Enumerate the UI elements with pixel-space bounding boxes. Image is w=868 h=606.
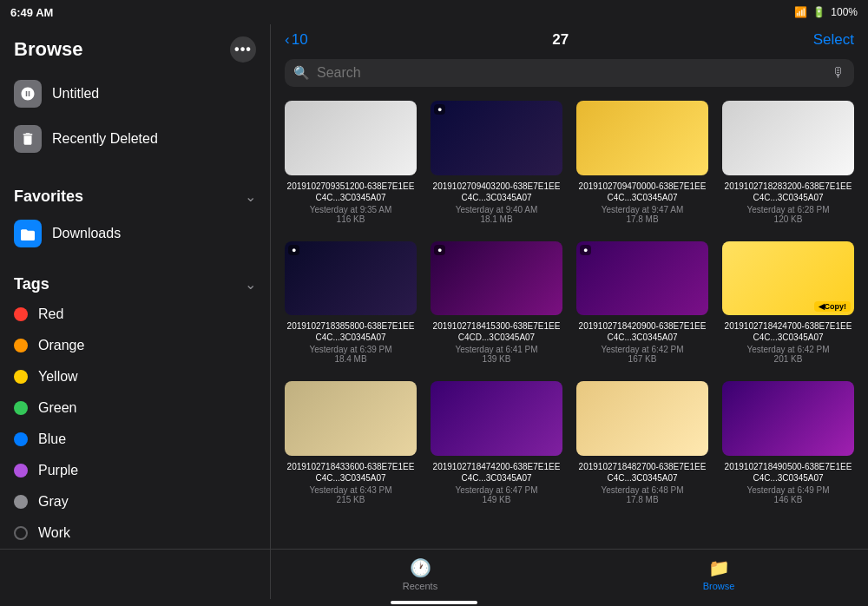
- file-thumbnail: [722, 381, 854, 456]
- file-date: Yesterday at 9:47 AM: [602, 205, 684, 214]
- select-button[interactable]: Select: [813, 31, 854, 49]
- tag-dot-yellow: [14, 370, 28, 384]
- tag-item-blue[interactable]: Blue: [0, 424, 270, 455]
- usb-icon: [14, 80, 42, 108]
- thumb-overlay: ●: [580, 245, 591, 255]
- file-name: 20191027184247​00-638E7E1EEC4C...3C0345A…: [722, 320, 854, 343]
- browse-icon: 📁: [708, 557, 730, 578]
- search-icon: 🔍: [293, 65, 310, 81]
- file-thumbnail: [576, 381, 708, 456]
- battery-percent: 100%: [831, 6, 858, 18]
- file-thumbnail: [431, 381, 562, 456]
- file-date: Yesterday at 6:39 PM: [309, 345, 391, 354]
- file-thumbnail: ●: [576, 241, 708, 316]
- file-date: Yesterday at 6:47 PM: [455, 485, 537, 495]
- tab-recents[interactable]: 🕐 Recents: [271, 550, 569, 599]
- file-name: 20191027182832​00-638E7E1EEC4C...3C0345A…: [722, 181, 854, 203]
- file-item[interactable]: ● 20191027184209​00-638E7E1EEC4C...3C034…: [576, 241, 708, 365]
- file-size: 120 KB: [774, 214, 803, 224]
- tag-dot-blue: [14, 432, 28, 446]
- tag-item-red[interactable]: Red: [0, 299, 270, 330]
- file-item[interactable]: 20191027182832​00-638E7E1EEC4C...3C0345A…: [722, 101, 854, 224]
- file-date: Yesterday at 6:43 PM: [309, 485, 391, 495]
- tags-list: Red Orange Yellow Green Blue Purple Gray…: [0, 299, 270, 549]
- file-size: 18.1 MB: [480, 214, 512, 224]
- tags-section-header: Tags ⌄: [0, 263, 270, 299]
- sidebar-header: Browse •••: [0, 24, 270, 71]
- file-item[interactable]: 20191027093512​00-638E7E1EEC4C...3C0345A…: [285, 101, 417, 224]
- copy-badge: ◀Copy!: [814, 301, 852, 312]
- tab-browse[interactable]: 📁 Browse: [569, 550, 868, 599]
- sidebar-locations: Untitled Recently Deleted: [0, 71, 270, 168]
- wifi-icon: 📶: [794, 6, 807, 18]
- tag-item-orange[interactable]: Orange: [0, 330, 270, 361]
- file-thumbnail: [285, 381, 417, 456]
- file-thumbnail: [285, 101, 417, 175]
- tag-item-gray[interactable]: Gray: [0, 486, 270, 517]
- file-size: 17.8 MB: [626, 214, 658, 224]
- file-date: Yesterday at 6:28 PM: [746, 205, 829, 214]
- back-button[interactable]: ‹ 10: [285, 31, 308, 49]
- tag-item-yellow[interactable]: Yellow: [0, 361, 270, 392]
- file-name: 20191027094032​00-638E7E1EEC4C...3C0345A…: [431, 181, 562, 203]
- tag-dot-purple: [14, 464, 28, 478]
- back-chevron-icon: ‹: [285, 31, 290, 49]
- file-date: Yesterday at 6:48 PM: [601, 485, 683, 495]
- file-thumbnail: ●: [431, 241, 562, 316]
- sidebar-more-button[interactable]: •••: [230, 36, 256, 63]
- file-item[interactable]: 20191027184336​00-638E7E1EEC4C...3C0345A…: [285, 381, 417, 504]
- file-size: 146 KB: [774, 495, 803, 504]
- file-size: 149 KB: [483, 495, 511, 504]
- content-title: 27: [552, 31, 569, 49]
- favorites-section-header: Favorites ⌄: [0, 175, 270, 211]
- file-date: Yesterday at 9:35 AM: [310, 205, 392, 214]
- home-bar: [391, 601, 477, 604]
- search-bar[interactable]: 🔍 🎙: [285, 59, 854, 87]
- file-item[interactable]: ● 20191027094032​00-638E7E1EEC4C...3C034…: [431, 101, 562, 224]
- favorites-title: Favorites: [14, 188, 83, 206]
- file-thumbnail: [722, 101, 854, 175]
- sidebar-item-untitled[interactable]: Untitled: [0, 71, 270, 116]
- downloads-folder-icon: [14, 220, 42, 247]
- sidebar-title: Browse: [14, 38, 82, 61]
- file-name: 20191027184336​00-638E7E1EEC4C...3C0345A…: [285, 461, 417, 484]
- file-size: 201 KB: [774, 354, 803, 364]
- content-header: ‹ 10 27 Select: [271, 24, 868, 56]
- file-item[interactable]: 20191027184827​00-638E7E1EEC4C...3C0345A…: [576, 381, 708, 504]
- favorites-chevron[interactable]: ⌄: [245, 188, 256, 205]
- tag-item-work[interactable]: Work: [0, 517, 270, 549]
- file-thumbnail: ◀Copy!: [722, 241, 854, 316]
- sidebar-tab-spacer: [0, 549, 271, 599]
- file-thumbnail: ●: [431, 101, 562, 175]
- search-input[interactable]: [317, 65, 825, 81]
- tab-bar-wrapper: 🕐 Recents 📁 Browse: [0, 549, 868, 599]
- file-item[interactable]: 20191027184742​00-638E7E1EEC4C...3C0345A…: [431, 381, 562, 504]
- files-grid: 20191027093512​00-638E7E1EEC4C...3C0345A…: [271, 94, 868, 549]
- back-count: 10: [292, 31, 308, 49]
- sidebar-item-recently-deleted[interactable]: Recently Deleted: [0, 116, 270, 161]
- content-area: ‹ 10 27 Select 🔍 🎙 20191027093512​00-638…: [271, 24, 868, 549]
- file-name: 20191027094700​00-638E7E1EEC4C...3C0345A…: [576, 181, 708, 203]
- file-item[interactable]: 20191027184905​00-638E7E1EEC4C...3C0345A…: [722, 381, 854, 504]
- mic-icon[interactable]: 🎙: [832, 65, 845, 81]
- file-item[interactable]: ◀Copy! 20191027184247​00-638E7E1EEC4C...…: [722, 241, 854, 365]
- tag-dot-gray: [14, 495, 28, 509]
- file-thumbnail: [576, 101, 708, 175]
- file-item[interactable]: ● 20191027184153​00-638E7E1EEC4CD...3C03…: [431, 241, 562, 365]
- file-name: 20191027184905​00-638E7E1EEC4C...3C0345A…: [722, 461, 854, 484]
- tags-chevron[interactable]: ⌄: [245, 276, 256, 293]
- file-thumbnail: ●: [285, 241, 417, 316]
- tab-bar: 🕐 Recents 📁 Browse: [271, 549, 868, 599]
- tag-item-green[interactable]: Green: [0, 392, 270, 424]
- file-size: 139 KB: [483, 354, 511, 364]
- untitled-label: Untitled: [52, 86, 99, 102]
- tag-item-purple[interactable]: Purple: [0, 455, 270, 486]
- file-size: 215 KB: [337, 495, 365, 504]
- tag-label-blue: Blue: [38, 431, 66, 447]
- tags-title: Tags: [14, 275, 49, 293]
- status-time: 6:49 AM: [10, 6, 53, 19]
- file-item[interactable]: 20191027094700​00-638E7E1EEC4C...3C0345A…: [576, 101, 708, 224]
- sidebar-item-downloads[interactable]: Downloads: [0, 211, 270, 256]
- file-item[interactable]: ● 20191027183858​00-638E7E1EEC4C...3C034…: [285, 241, 417, 365]
- thumb-overlay: ●: [288, 245, 299, 255]
